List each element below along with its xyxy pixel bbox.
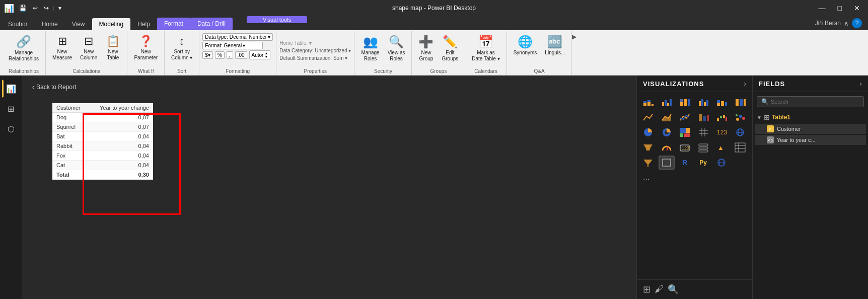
viz-icon-treemap[interactable] bbox=[677, 125, 693, 139]
viz-icon-custom-visual[interactable]: ▲ bbox=[713, 140, 730, 155]
close-button[interactable]: ✕ bbox=[850, 3, 864, 13]
ribbon-items-calendars: 📅 Mark asDate Table ▾ bbox=[468, 32, 503, 67]
comma-button[interactable]: , bbox=[227, 51, 233, 59]
viz-icon-card[interactable]: 123 bbox=[677, 140, 693, 155]
fields-panel: FIELDS › 🔍 ▼ ⊞ Table1 ✓ Customer ✓Σ Year… bbox=[752, 76, 868, 299]
viz-icon-area[interactable] bbox=[659, 110, 675, 124]
viz-icon-clustered-column[interactable] bbox=[695, 95, 711, 109]
viz-icon-ribbon[interactable] bbox=[695, 110, 711, 124]
new-table-button[interactable]: 📋 NewTable bbox=[102, 33, 124, 67]
sort-by-column-icon: ↕ bbox=[179, 36, 185, 47]
search-input[interactable] bbox=[771, 99, 859, 105]
percent-button[interactable]: % bbox=[215, 51, 225, 59]
ribbon-group-qa: 🌐 Synonyms 🔤 Linguis... Q&A bbox=[507, 31, 572, 75]
svg-rect-3 bbox=[647, 100, 650, 102]
back-to-report-button[interactable]: ‹ Back to Report bbox=[32, 84, 76, 91]
svg-rect-18 bbox=[717, 100, 720, 103]
viz-analytics-icon[interactable]: 🔍 bbox=[668, 284, 679, 295]
viz-icon-matrix[interactable] bbox=[695, 125, 711, 139]
tab-view[interactable]: View bbox=[65, 18, 92, 30]
field-table-table1[interactable]: ▼ ⊞ Table1 bbox=[753, 111, 868, 123]
model-icon: ⬡ bbox=[8, 124, 15, 134]
viz-panel-expand-button[interactable]: › bbox=[744, 80, 746, 88]
sidebar-icon-data[interactable]: ⊞ bbox=[2, 100, 20, 118]
mark-date-table-button[interactable]: 📅 Mark asDate Table ▾ bbox=[468, 33, 503, 67]
viz-icon-python[interactable]: Py bbox=[695, 156, 711, 170]
sidebar-icon-report[interactable]: 📊 bbox=[2, 80, 20, 98]
viz-icon-stacked-bar-100[interactable] bbox=[677, 95, 693, 109]
properties-controls: Home Table: ▾ Data Category: Uncategoriz… bbox=[279, 32, 351, 67]
viz-icon-stacked-column[interactable] bbox=[713, 95, 730, 109]
viz-icon-waterfall[interactable] bbox=[713, 110, 730, 124]
field-item-customer[interactable]: ✓ Customer bbox=[755, 124, 866, 134]
fields-panel-expand-button[interactable]: › bbox=[859, 80, 862, 88]
svg-rect-23 bbox=[744, 99, 746, 106]
sidebar-icon-model[interactable]: ⬡ bbox=[2, 120, 20, 138]
help-button[interactable]: ? bbox=[852, 18, 862, 28]
viz-icon-line[interactable] bbox=[640, 110, 656, 124]
viz-icon-stacked-bar[interactable] bbox=[640, 95, 656, 109]
viz-fields-icon[interactable]: ⊞ bbox=[643, 284, 650, 295]
table-name-table1: Table1 bbox=[772, 114, 790, 121]
viz-icon-multirow[interactable] bbox=[695, 140, 711, 155]
auto-control[interactable]: Autor ▲▼ bbox=[249, 50, 271, 59]
svg-rect-22 bbox=[740, 99, 743, 106]
svg-rect-14 bbox=[701, 99, 703, 106]
viz-icon-donut[interactable] bbox=[659, 125, 675, 139]
tab-format[interactable]: Format bbox=[157, 18, 190, 30]
currency-button[interactable]: $▾ bbox=[202, 51, 213, 59]
sort-by-column-button[interactable]: ↕ Sort byColumn ▾ bbox=[168, 33, 196, 67]
table-row: Squirrel 0,07 bbox=[52, 122, 153, 132]
table-row: Cat 0,04 bbox=[52, 161, 153, 170]
manage-relationships-button[interactable]: 🔗 ManageRelationships bbox=[5, 33, 42, 67]
viz-icon-r-visual[interactable]: R bbox=[677, 156, 693, 170]
format-dropdown[interactable]: Format: General ▾ bbox=[202, 42, 263, 49]
viz-icon-globe[interactable] bbox=[713, 156, 730, 170]
minimize-button[interactable]: — bbox=[815, 3, 830, 13]
save-button[interactable]: 💾 bbox=[17, 4, 29, 13]
viz-more-button[interactable]: ... bbox=[640, 172, 653, 182]
viz-icon-kpi[interactable]: 123 bbox=[713, 125, 730, 139]
synonyms-button[interactable]: 🌐 Synonyms bbox=[510, 33, 541, 67]
format-label: Format: General bbox=[205, 43, 242, 48]
new-group-button[interactable]: ➕ NewGroup bbox=[415, 33, 437, 67]
new-measure-button[interactable]: ⊞ NewMeasure bbox=[49, 33, 76, 67]
field-item-yty[interactable]: ✓Σ Year to year c... bbox=[755, 135, 866, 145]
viz-icon-clustered-bar[interactable] bbox=[659, 95, 675, 109]
linguistics-button[interactable]: 🔤 Linguis... bbox=[541, 33, 568, 67]
viz-icon-shape[interactable] bbox=[659, 156, 675, 170]
user-chevron[interactable]: ∧ bbox=[844, 20, 849, 27]
ribbon-expand-button[interactable]: ▶ bbox=[572, 33, 576, 40]
viz-icon-scatter[interactable] bbox=[732, 110, 748, 124]
undo-button[interactable]: ↩ bbox=[31, 4, 40, 13]
viz-icon-map[interactable] bbox=[732, 125, 748, 139]
viz-format-icon[interactable]: 🖌 bbox=[655, 284, 664, 295]
viz-icon-table[interactable] bbox=[732, 140, 748, 155]
redo-button[interactable]: ↪ bbox=[42, 4, 51, 13]
new-column-button[interactable]: ⊟ NewColumn bbox=[77, 33, 101, 67]
new-parameter-button[interactable]: ❓ NewParameter bbox=[130, 33, 161, 67]
data-type-dropdown[interactable]: Data type: Decimal Number ▾ bbox=[202, 33, 273, 41]
customize-button[interactable]: ▾ bbox=[56, 4, 63, 13]
manage-roles-button[interactable]: 👥 ManageRoles bbox=[357, 33, 383, 67]
decimal-button[interactable]: .00 bbox=[235, 51, 247, 59]
new-measure-icon: ⊞ bbox=[58, 36, 67, 47]
viz-icon-line-cluster[interactable] bbox=[677, 110, 693, 124]
tab-data-drill[interactable]: Data / Drill bbox=[190, 18, 233, 30]
ribbon-group-label-calculations: Calculations bbox=[49, 67, 124, 75]
tab-home[interactable]: Home bbox=[35, 18, 65, 30]
maximize-button[interactable]: □ bbox=[834, 3, 846, 13]
viz-icon-slicer[interactable] bbox=[640, 156, 656, 170]
viz-icon-pie[interactable] bbox=[640, 125, 656, 139]
view-as-roles-button[interactable]: 🔍 View asRoles bbox=[384, 33, 409, 67]
search-box[interactable]: 🔍 bbox=[757, 96, 864, 107]
svg-text:▲: ▲ bbox=[717, 144, 724, 152]
viz-icon-gauge[interactable] bbox=[659, 140, 675, 155]
tab-modeling[interactable]: Modeling bbox=[92, 18, 131, 30]
svg-rect-13 bbox=[699, 101, 701, 106]
viz-icon-stacked-column-100[interactable] bbox=[732, 95, 748, 109]
tab-help[interactable]: Help bbox=[130, 18, 157, 30]
viz-icon-funnel[interactable] bbox=[640, 140, 656, 155]
tab-soubor[interactable]: Soubor bbox=[1, 18, 35, 30]
edit-groups-button[interactable]: ✏️ EditGroups bbox=[438, 33, 462, 67]
